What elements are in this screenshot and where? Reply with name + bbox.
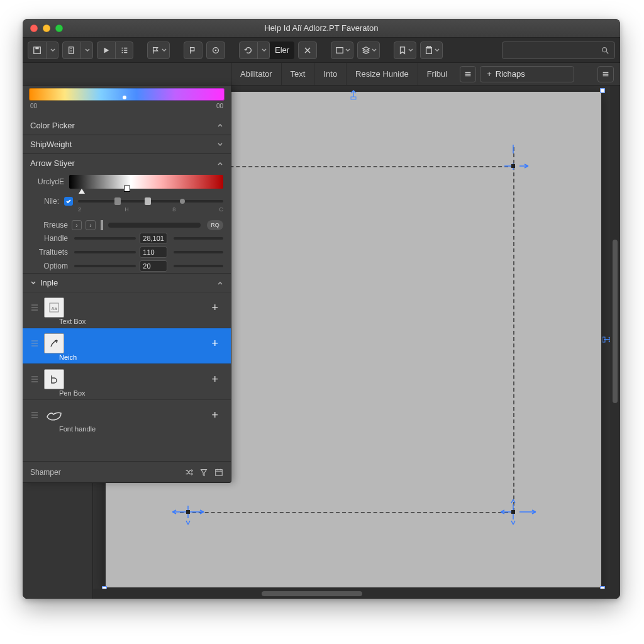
layer-add-icon[interactable]: + (211, 373, 218, 386)
reuse-label: Rreuse (30, 221, 68, 230)
more-icon[interactable] (597, 66, 614, 82)
reuse-slider[interactable] (108, 223, 201, 228)
section-color-picker[interactable]: Color Picker (23, 116, 231, 135)
eler-label[interactable]: Eler (270, 42, 294, 59)
handle-slider[interactable] (74, 237, 136, 240)
layer-fonthandle[interactable]: + Font handle (23, 399, 231, 435)
spectrum-bar[interactable]: 00 00 (29, 88, 225, 113)
layer-neich[interactable]: + Neich (23, 328, 231, 364)
pen-icon (44, 369, 64, 389)
resize-handle-bl[interactable] (102, 586, 107, 589)
save-dropdown[interactable] (46, 42, 58, 59)
drag-handle-icon[interactable] (29, 412, 40, 418)
gradient-stop-1[interactable] (79, 189, 85, 194)
traltuets-slider[interactable] (74, 251, 136, 253)
reuse-next[interactable]: › (86, 220, 96, 230)
close-icon[interactable] (298, 42, 317, 59)
nile-slider[interactable]: 2 H 8 C (78, 200, 223, 203)
tab-text[interactable]: Text (282, 63, 315, 85)
rect-icon[interactable] (331, 42, 353, 59)
layer-penbox[interactable]: + Pen Box (23, 364, 231, 399)
search-icon (601, 46, 609, 55)
shamper-label: Shamper (30, 468, 61, 477)
scrollbar-horizontal[interactable] (262, 591, 362, 596)
resize-handle-tr[interactable] (600, 88, 605, 93)
drag-handle-icon[interactable] (29, 340, 40, 347)
refresh-dropdown[interactable] (257, 42, 269, 59)
tab-abilitator[interactable]: Abilitator (231, 63, 282, 85)
svg-point-8 (602, 47, 607, 52)
layer-label: Text Box (23, 318, 231, 325)
layer-label: Font handle (23, 425, 231, 433)
gradient-row: UrclydE (23, 172, 231, 190)
refresh-icon[interactable] (240, 42, 257, 59)
svg-point-4 (215, 49, 217, 51)
layers-icon[interactable] (357, 42, 380, 59)
arrow-icon (44, 333, 64, 353)
urclyde-label: UrclydE (30, 177, 64, 186)
guide-vertical-right[interactable] (513, 147, 514, 512)
shuffle-icon[interactable] (184, 468, 193, 477)
minimize-window[interactable] (43, 25, 50, 32)
play-icon[interactable] (97, 42, 115, 59)
resize-handle-br[interactable] (600, 586, 605, 589)
sidebar-panel: 00 00 Color Picker ShipWeight Arrow Stiy… (23, 86, 231, 483)
gradient-stop-2[interactable] (125, 186, 130, 191)
bookmark-icon[interactable] (394, 42, 416, 59)
titlebar: Help Id Aiï Adlorz.PT Faveraton (23, 19, 620, 38)
menu-icon[interactable] (460, 66, 476, 82)
chevron-up-icon (217, 160, 223, 167)
list-icon[interactable] (115, 42, 133, 59)
tab-into[interactable]: Into (314, 63, 347, 85)
tab-fribul[interactable]: Fribul (418, 63, 457, 85)
search-field[interactable] (502, 42, 615, 59)
handle-value[interactable]: 28,101 (140, 233, 167, 244)
clipboard-icon[interactable] (420, 42, 443, 59)
scrollbar-vertical[interactable] (613, 240, 618, 403)
drag-handle-icon[interactable] (29, 376, 40, 382)
optiom-value[interactable]: 20 (140, 260, 167, 272)
traltuets-value[interactable]: 110 (140, 247, 167, 258)
reuse-handle[interactable] (101, 220, 103, 230)
section-inple[interactable]: Inple (23, 273, 231, 292)
optiom-slider[interactable] (74, 265, 136, 267)
hand-icon (44, 405, 64, 425)
svg-rect-5 (336, 47, 343, 53)
layer-textbox[interactable]: Aa + Text Box (23, 292, 231, 328)
layer-add-icon[interactable]: + (211, 337, 218, 350)
layer-label: Pen Box (23, 389, 231, 397)
close-window[interactable] (30, 25, 38, 32)
spectrum-left-value: 00 (30, 103, 37, 109)
calendar-icon[interactable] (214, 468, 223, 477)
doc-icon[interactable] (63, 42, 80, 59)
toolbar-group-2 (62, 42, 93, 59)
text-icon: Aa (44, 297, 64, 318)
svg-rect-9 (351, 97, 356, 99)
doc-dropdown[interactable] (80, 42, 92, 59)
tabstrip: Abilitator Text Into Resize Hunide Fribu… (23, 63, 620, 86)
drag-handle-icon[interactable] (29, 304, 40, 311)
save-icon[interactable] (28, 42, 46, 59)
richaps-field[interactable]: + Richaps (480, 66, 574, 82)
section-arrow-styer[interactable]: Arrow Stiyer (23, 153, 231, 172)
chevron-down-icon (217, 142, 223, 148)
nile-checkbox[interactable] (64, 197, 73, 206)
svg-rect-14 (511, 510, 515, 514)
layer-add-icon[interactable]: + (211, 301, 218, 314)
flag-icon[interactable] (147, 42, 170, 59)
chevron-up-icon (217, 122, 223, 128)
flag2-icon[interactable] (184, 42, 203, 59)
section-ship-weight[interactable]: ShipWeight (23, 135, 231, 153)
zoom-window[interactable] (55, 25, 63, 32)
target-icon[interactable] (206, 42, 225, 59)
layer-add-icon[interactable]: + (211, 409, 218, 422)
chevron-up-icon (217, 280, 223, 286)
gradient-editor[interactable] (69, 175, 223, 189)
reuse-pill[interactable]: RQ (207, 220, 223, 230)
guide-horizontal-bottom[interactable] (180, 512, 514, 513)
svg-rect-13 (186, 510, 190, 514)
tab-resize[interactable]: Resize Hunide (347, 63, 418, 85)
reuse-prev[interactable]: › (72, 220, 82, 230)
filter-icon[interactable] (199, 468, 208, 477)
optiom-row: Optiom 20 (23, 259, 231, 273)
